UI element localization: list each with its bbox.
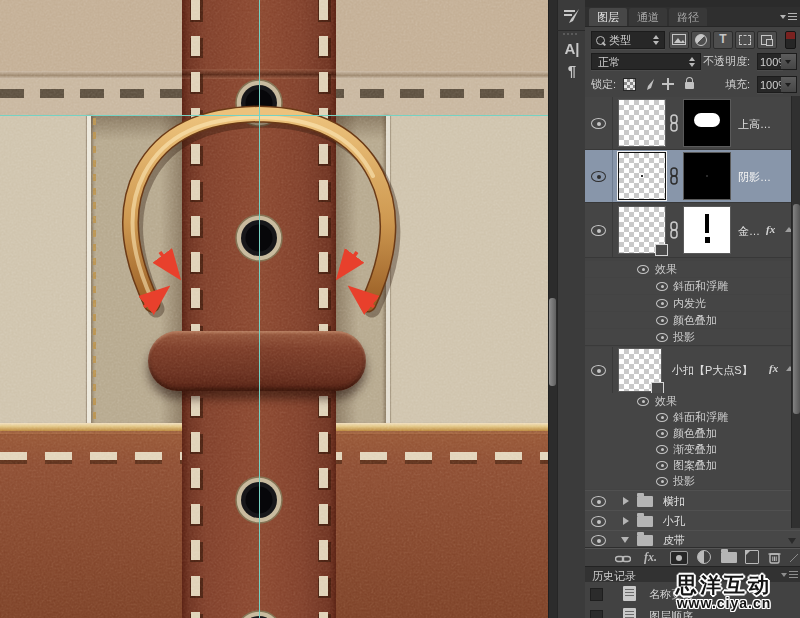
group-row-xiaokong[interactable]: 小孔 [585, 510, 800, 531]
effect-row[interactable]: 投影 [585, 473, 800, 489]
fx-badge[interactable]: fx [769, 362, 778, 374]
effects-header-row[interactable]: 效果 [585, 261, 800, 277]
fx-badge[interactable]: fx [766, 223, 775, 235]
layer-thumbnail[interactable] [618, 99, 666, 147]
layer-thumbnail[interactable] [618, 152, 666, 200]
visibility-eye-icon[interactable] [656, 461, 668, 470]
effect-label: 内发光 [673, 295, 706, 311]
effect-row[interactable]: 颜色叠加 [585, 425, 800, 441]
opacity-value-box[interactable]: 100% [757, 53, 783, 70]
lock-image-brush-icon[interactable] [643, 77, 656, 95]
filter-smart-objects-button[interactable] [757, 31, 777, 49]
visibility-eye-icon[interactable] [591, 365, 606, 376]
filtering-on-off-toggle[interactable] [785, 31, 796, 49]
visibility-eye-icon[interactable] [656, 477, 668, 486]
resize-grip-icon[interactable] [790, 554, 798, 562]
visibility-eye-icon[interactable] [591, 516, 606, 527]
visibility-eye-icon[interactable] [637, 397, 649, 406]
collapse-triangle-icon[interactable] [621, 537, 629, 543]
paragraph-panel-icon[interactable]: ¶ [558, 62, 586, 79]
layer-row-highlight[interactable]: 上高… [585, 97, 800, 150]
visibility-eye-icon[interactable] [591, 535, 606, 546]
layer-row-buckle[interactable]: 小扣【P大点S】 fx [585, 347, 800, 394]
effect-row[interactable]: 内发光 [585, 295, 800, 311]
mask-link-chain-icon[interactable] [669, 221, 679, 243]
opacity-label: 不透明度: [703, 54, 750, 69]
layer-name[interactable]: 小扣【P大点S】 [672, 363, 753, 378]
scroll-down-icon[interactable] [788, 538, 796, 544]
visibility-eye-icon[interactable] [656, 316, 668, 325]
visibility-eye-icon[interactable] [656, 282, 668, 291]
layer-thumbnail[interactable] [618, 348, 662, 392]
tab-layers[interactable]: 图层 [589, 8, 627, 26]
effect-row[interactable]: 颜色叠加 [585, 312, 800, 328]
panel-dock-strip: A| ¶ [557, 0, 587, 618]
layers-scrollbar[interactable] [791, 96, 800, 528]
filter-type-layers-button[interactable]: T [713, 31, 733, 49]
layer-row-shadow-selected[interactable]: 阴影… [585, 150, 800, 203]
document-scrollbar-thumb[interactable] [549, 298, 556, 386]
dock-drag-handle[interactable] [563, 33, 579, 35]
new-layer-icon[interactable] [745, 550, 759, 564]
effects-header-row[interactable]: 效果 [585, 393, 800, 409]
blend-mode-dropdown[interactable]: 正常 [591, 53, 701, 70]
expand-triangle-icon[interactable] [623, 497, 629, 505]
group-row-hengkou[interactable]: 横扣 [585, 490, 800, 511]
effect-row[interactable]: 图案叠加 [585, 457, 800, 473]
layers-scrollbar-thumb[interactable] [793, 204, 800, 414]
fill-value-box[interactable]: 100% [757, 76, 783, 93]
group-name[interactable]: 横扣 [663, 494, 685, 509]
layer-row-gold[interactable]: 金… fx [585, 203, 800, 258]
new-group-icon[interactable] [721, 552, 737, 563]
opacity-dropdown-button[interactable] [781, 53, 797, 70]
visibility-eye-icon[interactable] [656, 429, 668, 438]
filter-adjustment-layers-button[interactable] [691, 31, 711, 49]
visibility-eye-icon[interactable] [656, 333, 668, 342]
fill-dropdown-button[interactable] [781, 76, 797, 93]
filter-pixel-layers-button[interactable] [669, 31, 689, 49]
lock-all-icon[interactable] [685, 82, 694, 89]
group-name[interactable]: 皮带 [663, 533, 685, 548]
adjustment-layer-icon[interactable] [697, 550, 711, 564]
lock-transparency-icon[interactable] [623, 78, 636, 91]
visibility-eye-icon[interactable] [591, 118, 606, 129]
effect-row[interactable]: 斜面和浮雕 [585, 278, 800, 294]
lock-label: 锁定: [591, 77, 616, 92]
effect-row[interactable]: 斜面和浮雕 [585, 409, 800, 425]
effect-label: 斜面和浮雕 [673, 409, 728, 425]
layer-style-fx-icon[interactable]: fx. [644, 550, 657, 565]
visibility-eye-icon[interactable] [591, 171, 606, 182]
document-canvas[interactable] [0, 0, 548, 618]
history-source-checkbox[interactable] [590, 588, 603, 601]
layer-name[interactable]: 上高… [738, 117, 771, 132]
layer-mask-thumbnail[interactable] [683, 152, 731, 200]
visibility-eye-icon[interactable] [656, 445, 668, 454]
visibility-eye-icon[interactable] [637, 265, 649, 274]
brush-presets-panel-icon[interactable] [563, 7, 581, 29]
visibility-eye-icon[interactable] [591, 496, 606, 507]
effect-row[interactable]: 渐变叠加 [585, 441, 800, 457]
visibility-eye-icon[interactable] [591, 225, 606, 236]
layer-mask-thumbnail[interactable] [683, 99, 731, 147]
mask-link-chain-icon[interactable] [669, 167, 679, 189]
dropdown-arrows-icon [688, 57, 697, 67]
layer-thumbnail[interactable] [618, 206, 666, 254]
character-panel-icon[interactable]: A| [558, 40, 586, 57]
group-name[interactable]: 小孔 [663, 514, 685, 529]
lock-position-icon[interactable] [662, 78, 674, 90]
filter-kind-dropdown[interactable]: 类型 [591, 31, 665, 49]
mask-link-chain-icon[interactable] [669, 114, 679, 136]
tab-paths[interactable]: 路径 [669, 8, 707, 26]
visibility-eye-icon[interactable] [656, 413, 668, 422]
history-source-checkbox[interactable] [590, 610, 603, 618]
filter-shape-layers-button[interactable] [735, 31, 755, 49]
vector-mask-thumbnail[interactable] [683, 206, 731, 254]
add-mask-icon[interactable] [670, 551, 688, 565]
layer-name[interactable]: 阴影… [738, 170, 771, 185]
expand-triangle-icon[interactable] [623, 517, 629, 525]
panel-menu-icon[interactable] [780, 13, 796, 22]
layer-name[interactable]: 金… [738, 224, 760, 239]
visibility-eye-icon[interactable] [656, 299, 668, 308]
tab-channels[interactable]: 通道 [629, 8, 667, 26]
effect-row[interactable]: 投影 [585, 329, 800, 346]
